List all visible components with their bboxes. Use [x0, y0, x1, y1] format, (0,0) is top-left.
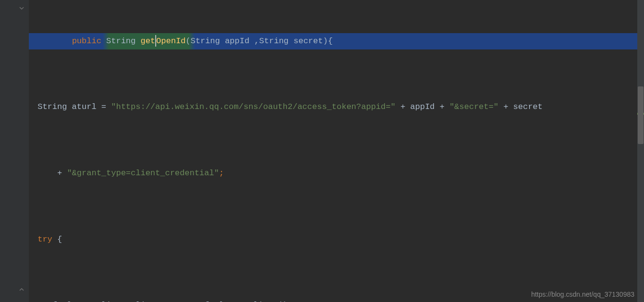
method-name: getOpenId	[140, 36, 186, 46]
method-params: (String appId ,String secret){	[186, 36, 333, 46]
code-line-2[interactable]: String aturl = "https://api.weixin.qq.co…	[29, 99, 644, 115]
text-cursor	[155, 35, 156, 47]
code-editor[interactable]: public String getOpenId(String appId ,St…	[0, 0, 644, 302]
code-line-1[interactable]: public String getOpenId(String appId ,St…	[29, 33, 644, 49]
code-line-4[interactable]: try {	[29, 231, 644, 248]
editor-gutter	[0, 0, 29, 302]
code-content[interactable]: public String getOpenId(String appId ,St…	[29, 0, 644, 302]
watermark-text: https://blog.csdn.net/qq_37130983	[531, 290, 634, 298]
fold-marker-collapse-icon[interactable]	[18, 5, 25, 12]
type-string: String	[106, 36, 136, 46]
scroll-thumb[interactable]	[638, 86, 644, 144]
code-line-3[interactable]: + "&grant_type=client_credential";	[29, 165, 644, 181]
keyword-public: public	[72, 36, 101, 46]
vertical-scrollbar[interactable]	[637, 0, 644, 302]
fold-marker-expand-icon[interactable]	[18, 286, 25, 293]
